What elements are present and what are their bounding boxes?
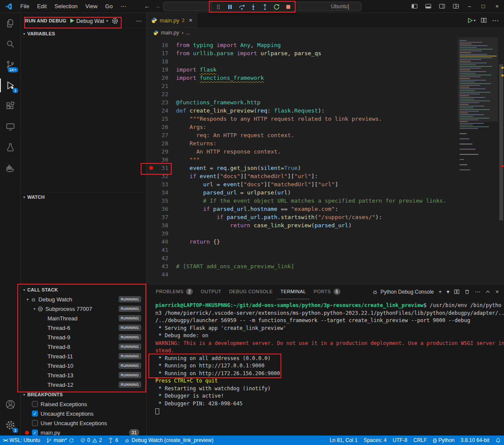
customize-layout-icon[interactable] [449, 0, 463, 13]
code-line[interactable]: 31 event = req.get_json(silent=True) [147, 164, 504, 172]
call-stack-item[interactable]: Thread-10RUNNING [21, 361, 146, 370]
gutter-breakpoint-slot[interactable] [147, 90, 155, 98]
code-area[interactable]: 16from typing import Any, Mapping17from … [147, 38, 504, 284]
gutter-breakpoint-slot[interactable] [147, 115, 155, 123]
menu-go[interactable]: Go [101, 0, 117, 13]
sidebar-item-remote-explorer[interactable] [0, 116, 20, 137]
terminal-profile-selector[interactable]: Python Debug Console [372, 289, 434, 295]
code-line[interactable]: 33 url = event["docs"]["matchedUrl"]["ur… [147, 180, 504, 188]
split-editor-button[interactable] [481, 17, 487, 23]
gutter-breakpoint-slot[interactable] [147, 172, 155, 180]
forwarded-ports-indicator[interactable]: 6 [105, 436, 121, 445]
terminal-output[interactable]: pierrick@LAPTOP-HKU5PNNG:~/git/add-ons-s… [147, 299, 504, 415]
gutter-breakpoint-slot[interactable] [147, 131, 155, 139]
code-line[interactable]: 35 # If the event object URL matches a s… [147, 197, 504, 205]
panel-more-actions-icon[interactable]: ⋯ [475, 288, 480, 295]
code-line[interactable]: 40 return {} [147, 238, 504, 246]
run-python-file-button[interactable]: ▾ [467, 18, 476, 23]
code-line[interactable]: 19import flask [147, 66, 504, 74]
panel-tab-debug-console[interactable]: DEBUG CONSOLE [225, 284, 277, 299]
breakpoint-item[interactable]: ✓Uncaught Exceptions [21, 409, 146, 418]
sidebar-item-source-control[interactable]: 1K+ [0, 54, 20, 75]
problems-indicator[interactable]: 0 2 [77, 436, 105, 445]
code-line[interactable]: 22 [147, 90, 504, 98]
toolbar-drag-grip[interactable] [213, 2, 224, 11]
gutter-breakpoint-slot[interactable] [147, 205, 155, 213]
code-line[interactable]: 32 if event["docs"]["matchedUrl"]["url"]… [147, 172, 504, 180]
views-more-actions-icon[interactable]: ⋯ [136, 17, 142, 24]
cursor-position[interactable]: Ln 81, Col 1 [327, 436, 361, 445]
call-stack-item[interactable]: ▾Subprocess 77007RUNNING [21, 304, 146, 313]
panel-tab-terminal[interactable]: TERMINAL [277, 284, 310, 299]
minimize-button[interactable]: – [463, 0, 476, 13]
notifications-bell[interactable] [492, 436, 504, 445]
gutter-breakpoint-slot[interactable] [147, 74, 155, 82]
code-line[interactable]: 24def create_link_preview(req: flask.Req… [147, 107, 504, 115]
section-header-breakpoints[interactable]: ▾ BREAKPOINTS [21, 390, 146, 399]
code-line[interactable]: 17from urllib.parse import urlparse, par… [147, 49, 504, 57]
toggle-secondary-sidebar-icon[interactable] [435, 0, 449, 13]
code-line[interactable]: 36 if parsed_url.hostname == "example.co… [147, 205, 504, 213]
python-interpreter-indicator[interactable]: 3.8.10 64-bit [457, 436, 492, 445]
debug-status[interactable]: Debug Watch (create_link_preview) [121, 436, 217, 445]
gutter-breakpoint-slot[interactable] [147, 107, 155, 115]
gutter-breakpoint-slot[interactable] [147, 238, 155, 246]
breadcrumb-file[interactable]: main.py [161, 30, 179, 36]
gutter-breakpoint-slot[interactable] [147, 41, 155, 49]
back-button[interactable]: ← [144, 3, 150, 9]
breakpoint-item[interactable]: ✓main.py31 [21, 428, 146, 436]
breakpoint-checkbox[interactable] [32, 401, 38, 407]
restart-icon[interactable] [271, 2, 282, 11]
start-debugging-button[interactable]: Debug Wat ▾ [69, 18, 108, 24]
indentation-indicator[interactable]: Spaces: 4 [361, 436, 390, 445]
sidebar-item-settings[interactable]: 1 [0, 415, 20, 436]
menu-overflow[interactable]: ⋯ [117, 0, 130, 13]
menu-file[interactable]: File [16, 0, 33, 13]
editor-more-actions-icon[interactable]: ⋯ [492, 16, 499, 25]
code-line[interactable]: 38 return case_link_preview(parsed_url) [147, 221, 504, 229]
gutter-breakpoint-slot[interactable] [147, 49, 155, 57]
code-line[interactable]: 21 [147, 82, 504, 90]
code-line[interactable]: 23@functions_framework.http [147, 98, 504, 107]
forward-button[interactable]: → [154, 3, 161, 9]
gutter-breakpoint-slot[interactable] [147, 98, 155, 107]
step-over-icon[interactable] [236, 2, 247, 11]
gutter-breakpoint-slot[interactable] [147, 213, 155, 221]
terminal-dropdown-icon[interactable]: ▾ [447, 288, 450, 295]
pause-icon[interactable] [224, 2, 235, 11]
branch-indicator[interactable]: main* [43, 436, 77, 445]
menu-view[interactable]: View [82, 0, 101, 13]
sidebar-item-extensions[interactable] [0, 96, 20, 116]
gutter-breakpoint-slot[interactable] [147, 197, 155, 205]
close-panel-icon[interactable]: × [495, 288, 499, 295]
breadcrumb[interactable]: main.py › ... [147, 28, 504, 38]
scrollbar-thumb[interactable] [499, 64, 503, 220]
maximize-panel-icon[interactable] [485, 289, 491, 295]
call-stack-item[interactable]: Thread-12RUNNING [21, 380, 146, 389]
call-stack-item[interactable]: Thread-11RUNNING [21, 351, 146, 361]
section-header-call-stack[interactable]: ▾ CALL STACK [21, 285, 146, 295]
code-line[interactable]: 28 Returns: [147, 139, 504, 147]
minimap[interactable] [458, 38, 498, 284]
sidebar-item-run-and-debug[interactable]: 1 [0, 75, 20, 96]
sidebar-item-account[interactable] [0, 394, 20, 415]
code-line[interactable]: 27 req: An HTTP request context. [147, 131, 504, 139]
chevron-down-icon[interactable]: ▾ [474, 19, 476, 22]
sidebar-item-explorer[interactable] [0, 13, 20, 34]
gutter-breakpoint-slot[interactable] [147, 262, 155, 270]
code-line[interactable]: 18 [147, 57, 504, 66]
gutter-breakpoint-slot[interactable] [147, 57, 155, 66]
breakpoint-checkbox[interactable] [32, 420, 38, 426]
code-line[interactable]: 16from typing import Any, Mapping [147, 41, 504, 49]
gutter-breakpoint-slot[interactable] [147, 221, 155, 229]
sidebar-item-testing[interactable] [0, 137, 20, 158]
sidebar-item-search[interactable] [0, 34, 20, 54]
menu-edit[interactable]: Edit [33, 0, 50, 13]
call-stack-item[interactable]: Thread-9RUNNING [21, 332, 146, 342]
gutter-breakpoint-slot[interactable] [147, 270, 155, 279]
menu-selection[interactable]: Selection [50, 0, 81, 13]
call-stack-item[interactable]: ▾Debug WatchRUNNING [21, 295, 146, 304]
kill-terminal-icon[interactable] [464, 289, 470, 295]
gutter-breakpoint-slot[interactable] [147, 254, 155, 262]
gutter-breakpoint-slot[interactable] [147, 66, 155, 74]
